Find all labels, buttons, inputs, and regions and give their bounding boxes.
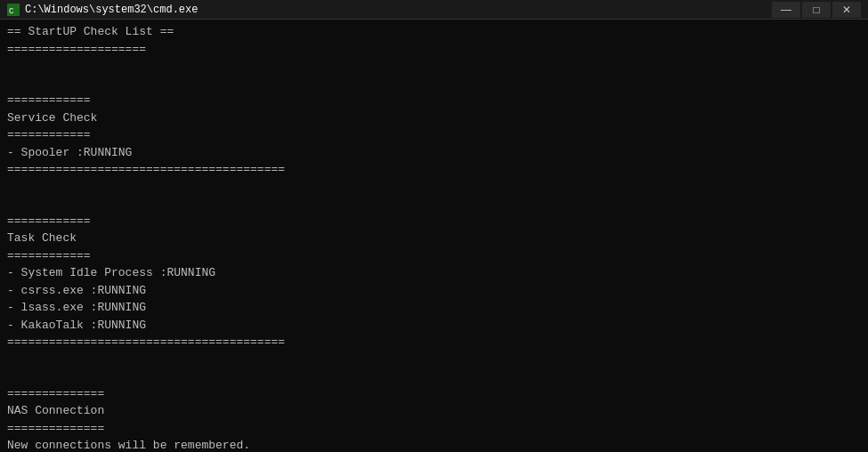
console-line: Task Check (7, 230, 861, 247)
close-button[interactable]: ✕ (832, 2, 861, 18)
title-bar-left: C C:\Windows\system32\cmd.exe (7, 4, 198, 16)
console-line: ============ (7, 126, 861, 144)
console-line: NAS Connection (7, 402, 861, 420)
console-line: ======================================== (7, 161, 861, 179)
console-line: - Spooler :RUNNING (7, 144, 861, 162)
console-line: - csrss.exe :RUNNING (7, 282, 861, 300)
console-line (7, 75, 861, 92)
window-controls: — □ ✕ (772, 2, 861, 18)
svg-text:C: C (9, 7, 14, 16)
console-line: ============ (7, 213, 861, 230)
console-line (7, 179, 861, 196)
console-line: - lsass.exe :RUNNING (7, 299, 861, 317)
console-line: New connections will be remembered. (7, 437, 861, 452)
console-line: Service Check (7, 109, 861, 127)
maximize-button[interactable]: □ (802, 2, 831, 18)
console-line: ============== (7, 385, 861, 403)
console-line: ==================== (7, 41, 861, 59)
console-line: == StartUP Check List == (7, 23, 861, 41)
console-line (7, 58, 861, 75)
console-line: - KakaoTalk :RUNNING (7, 317, 861, 335)
console-line: ============ (7, 92, 861, 109)
console-line (7, 351, 861, 368)
console-output: == StartUP Check List ==================… (0, 20, 868, 452)
console-line: ======================================== (7, 334, 861, 351)
console-line (7, 368, 861, 385)
console-line: ============== (7, 420, 861, 438)
cmd-icon: C (7, 4, 20, 16)
window-title: C:\Windows\system32\cmd.exe (25, 4, 198, 16)
console-line (7, 196, 861, 213)
console-line: - System Idle Process :RUNNING (7, 264, 861, 282)
minimize-button[interactable]: — (772, 2, 800, 18)
console-line: ============ (7, 247, 861, 265)
title-bar: C C:\Windows\system32\cmd.exe — □ ✕ (0, 0, 868, 20)
